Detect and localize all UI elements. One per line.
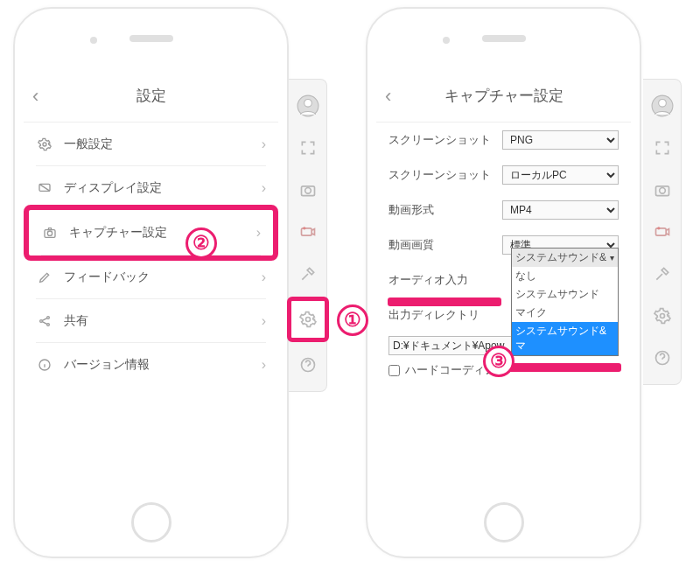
svg-rect-20 bbox=[655, 228, 666, 235]
field-screenshot-format: スクリーンショット PNG bbox=[376, 122, 631, 158]
row-display[interactable]: ディスプレイ設定 › bbox=[24, 166, 278, 210]
row-version[interactable]: バージョン情報 › bbox=[24, 343, 278, 387]
video-format-select[interactable]: MP4 bbox=[502, 200, 619, 220]
record-icon[interactable] bbox=[292, 211, 324, 253]
eyedropper-icon[interactable] bbox=[292, 253, 324, 295]
header-title: 設定 bbox=[52, 86, 250, 106]
field-label: 動画画質 bbox=[388, 237, 502, 253]
svg-point-19 bbox=[659, 188, 665, 194]
row-label: キャプチャー設定 bbox=[69, 225, 256, 241]
dropdown-current[interactable]: システムサウンド& ▾ bbox=[512, 248, 618, 267]
help-icon[interactable] bbox=[292, 344, 324, 386]
row-label: フィードバック bbox=[64, 270, 262, 285]
row-label: ディスプレイ設定 bbox=[64, 180, 262, 196]
gear-icon bbox=[36, 136, 53, 153]
svg-point-6 bbox=[47, 324, 50, 326]
svg-rect-12 bbox=[301, 228, 312, 235]
screenshot-dest-select[interactable]: ローカルPC bbox=[502, 165, 619, 185]
row-label: 一般設定 bbox=[64, 136, 262, 152]
field-video-format: 動画形式 MP4 bbox=[376, 192, 631, 228]
chevron-right-icon: › bbox=[262, 357, 266, 373]
dropdown-option-selected[interactable]: システムサウンド&マ bbox=[512, 322, 618, 355]
svg-point-14 bbox=[305, 318, 310, 322]
settings-button[interactable] bbox=[287, 297, 329, 342]
info-icon bbox=[36, 356, 53, 374]
chevron-down-icon: ▾ bbox=[610, 253, 614, 262]
chevron-right-icon: › bbox=[262, 313, 266, 329]
header-right: ‹ キャプチャー設定 bbox=[376, 70, 631, 122]
screen-right: ‹ キャプチャー設定 スクリーンショット PNG スクリーンショット ローカルP… bbox=[376, 70, 631, 486]
row-feedback[interactable]: フィードバック › bbox=[24, 256, 278, 299]
hardcoding-checkbox[interactable] bbox=[388, 365, 400, 376]
audio-input-dropdown[interactable]: システムサウンド& ▾ なし システムサウンド マイク システムサウンド&マ bbox=[511, 248, 619, 356]
highlight-bar bbox=[388, 298, 501, 306]
chevron-right-icon: › bbox=[262, 136, 266, 152]
settings-list: 一般設定 › ディスプレイ設定 › キャプチャー設定 › bbox=[24, 122, 278, 387]
home-button-icon bbox=[131, 502, 172, 542]
step-badge-2: ② bbox=[186, 228, 217, 259]
field-screenshot-dest: スクリーンショット ローカルPC bbox=[376, 158, 631, 192]
help-icon[interactable] bbox=[647, 337, 678, 379]
speaker bbox=[130, 35, 173, 42]
row-label: バージョン情報 bbox=[64, 357, 262, 373]
highlight-bar bbox=[508, 363, 621, 372]
dock-left bbox=[289, 79, 327, 392]
svg-point-22 bbox=[660, 314, 664, 318]
fullscreen-icon[interactable] bbox=[647, 127, 678, 169]
svg-point-11 bbox=[304, 188, 311, 194]
back-button[interactable]: ‹ bbox=[32, 85, 52, 108]
svg-point-5 bbox=[47, 317, 50, 319]
avatar-icon[interactable] bbox=[292, 85, 324, 127]
field-label: 出力ディレクトリ bbox=[388, 307, 502, 323]
field-label: スクリーンショット bbox=[388, 167, 502, 183]
phone-left: ‹ 設定 一般設定 › ディスプレイ設定 › bbox=[13, 7, 289, 558]
front-camera bbox=[90, 37, 97, 44]
svg-point-17 bbox=[658, 99, 666, 107]
header-title: キャプチャー設定 bbox=[404, 86, 603, 106]
screen-left: ‹ 設定 一般設定 › ディスプレイ設定 › bbox=[24, 70, 278, 486]
row-share[interactable]: 共有 › bbox=[24, 299, 278, 343]
row-general[interactable]: 一般設定 › bbox=[24, 122, 278, 166]
dropdown-option[interactable]: マイク bbox=[512, 304, 618, 322]
svg-point-9 bbox=[304, 99, 312, 107]
dropdown-option[interactable]: システムサウンド bbox=[512, 285, 618, 304]
speaker bbox=[482, 35, 526, 42]
front-camera bbox=[443, 37, 450, 44]
field-label: 動画形式 bbox=[388, 202, 502, 218]
svg-point-21 bbox=[657, 227, 660, 229]
dock-right bbox=[643, 79, 682, 385]
share-icon bbox=[36, 312, 53, 330]
chevron-right-icon: › bbox=[262, 270, 266, 285]
dropdown-option[interactable]: なし bbox=[512, 267, 618, 285]
svg-point-13 bbox=[303, 227, 305, 229]
avatar-icon[interactable] bbox=[647, 85, 678, 127]
field-label: スクリーンショット bbox=[388, 132, 502, 148]
settings-button[interactable] bbox=[647, 295, 678, 337]
header-left: ‹ 設定 bbox=[24, 70, 278, 122]
camera-icon bbox=[41, 224, 59, 242]
screenshot-format-select[interactable]: PNG bbox=[502, 130, 619, 150]
svg-point-0 bbox=[43, 143, 46, 146]
chevron-right-icon: › bbox=[262, 180, 266, 196]
camera-icon[interactable] bbox=[647, 169, 678, 211]
camera-icon[interactable] bbox=[292, 169, 324, 211]
display-icon bbox=[36, 179, 53, 197]
pencil-icon bbox=[36, 269, 53, 286]
step-badge-3: ③ bbox=[483, 346, 514, 377]
chevron-right-icon: › bbox=[256, 225, 261, 241]
row-label: 共有 bbox=[64, 313, 262, 329]
fullscreen-icon[interactable] bbox=[292, 127, 324, 169]
field-label: オーディオ入力 bbox=[388, 272, 502, 288]
back-button[interactable]: ‹ bbox=[385, 85, 404, 108]
row-capture[interactable]: キャプチャー設定 › bbox=[24, 205, 278, 261]
eyedropper-icon[interactable] bbox=[647, 253, 678, 295]
step-badge-1: ① bbox=[337, 304, 368, 336]
home-button-icon bbox=[484, 502, 524, 542]
svg-point-3 bbox=[47, 231, 52, 235]
record-icon[interactable] bbox=[647, 211, 678, 253]
phone-right: ‹ キャプチャー設定 スクリーンショット PNG スクリーンショット ローカルP… bbox=[366, 7, 641, 558]
svg-point-4 bbox=[40, 320, 43, 323]
